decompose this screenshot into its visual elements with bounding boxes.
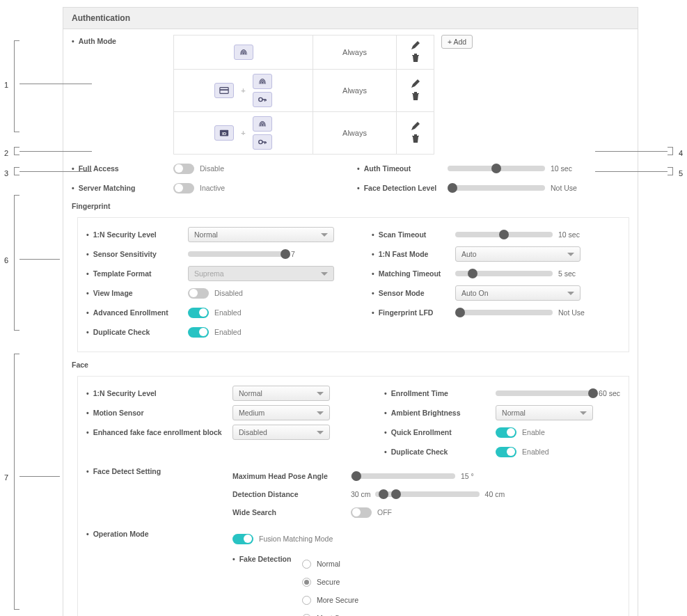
card-icon bbox=[214, 83, 234, 98]
fp-dup-check-toggle[interactable] bbox=[188, 327, 209, 338]
callout-4: 4 bbox=[679, 149, 683, 157]
delete-icon[interactable] bbox=[410, 90, 421, 102]
fingerprint-icon bbox=[253, 74, 272, 89]
chevron-down-icon bbox=[321, 272, 328, 276]
schedule-cell: Always bbox=[313, 35, 397, 70]
radio-label: More Secure bbox=[317, 596, 358, 604]
face-section: 1:N Security Level Normal Motion Sensor … bbox=[77, 376, 629, 616]
radio-label: Normal bbox=[317, 560, 340, 568]
distance-slider[interactable] bbox=[375, 491, 480, 498]
callout-5: 5 bbox=[679, 169, 683, 177]
radio-label: Secure bbox=[317, 578, 340, 586]
fake-detection-option[interactable]: More Secure bbox=[302, 591, 358, 609]
fake-detection-option[interactable]: Most Secure bbox=[302, 609, 358, 616]
motion-sensor-select[interactable]: Medium bbox=[232, 405, 330, 420]
callout-7: 7 bbox=[4, 473, 8, 482]
sensor-mode-select[interactable]: Auto On bbox=[455, 285, 581, 301]
delete-icon[interactable] bbox=[410, 133, 421, 144]
radio-icon[interactable] bbox=[302, 578, 311, 587]
authentication-panel: Authentication Auth Mode Always bbox=[63, 7, 638, 616]
auth-mode-row-3: + Always bbox=[174, 112, 434, 155]
edit-icon[interactable] bbox=[410, 40, 421, 51]
fingerprint-icon bbox=[234, 45, 253, 60]
fingerprint-section: 1:N Security Level Normal Sensor Sensiti… bbox=[77, 217, 629, 352]
callout-2: 2 bbox=[4, 149, 8, 157]
auth-mode-label: Auth Mode bbox=[72, 37, 116, 45]
chevron-down-icon bbox=[317, 411, 324, 415]
fake-detection-option[interactable]: Normal bbox=[302, 555, 358, 573]
radio-icon[interactable] bbox=[302, 614, 311, 617]
chevron-down-icon bbox=[580, 411, 587, 415]
enroll-time-slider[interactable] bbox=[496, 390, 593, 397]
delete-icon[interactable] bbox=[410, 52, 421, 63]
server-matching-field: Server Matching Inactive bbox=[72, 178, 357, 198]
lfd-slider[interactable] bbox=[455, 309, 553, 316]
ambient-select[interactable]: Normal bbox=[496, 405, 593, 420]
face-detection-slider[interactable] bbox=[448, 184, 545, 191]
face-security-select[interactable]: Normal bbox=[232, 386, 330, 401]
sensor-sensitivity-slider[interactable] bbox=[188, 251, 285, 258]
key-icon bbox=[253, 92, 272, 107]
chevron-down-icon bbox=[317, 392, 324, 395]
callout-6: 6 bbox=[4, 256, 8, 264]
chevron-down-icon bbox=[321, 233, 328, 237]
fusion-mode-toggle[interactable] bbox=[232, 534, 253, 544]
chevron-down-icon bbox=[317, 431, 324, 434]
wide-search-toggle[interactable] bbox=[351, 507, 372, 518]
head-angle-slider[interactable] bbox=[351, 473, 455, 480]
chevron-down-icon bbox=[567, 253, 574, 256]
adv-enroll-toggle[interactable] bbox=[188, 308, 209, 318]
radio-icon[interactable] bbox=[302, 596, 311, 605]
fingerprint-icon bbox=[253, 116, 272, 132]
full-access-field: Full Access Disable bbox=[72, 159, 357, 178]
fp-security-select[interactable]: Normal bbox=[188, 227, 334, 242]
edit-icon[interactable] bbox=[410, 78, 421, 89]
callout-1: 1 bbox=[4, 81, 8, 89]
server-matching-toggle[interactable] bbox=[173, 183, 194, 194]
fake-block-select[interactable]: Disabled bbox=[232, 425, 330, 440]
fake-detection-option[interactable]: Secure bbox=[302, 573, 358, 591]
chevron-down-icon bbox=[567, 292, 574, 295]
scan-timeout-slider[interactable] bbox=[455, 231, 553, 238]
callout-3: 3 bbox=[4, 169, 8, 177]
face-dup-check-toggle[interactable] bbox=[496, 447, 516, 457]
full-access-toggle[interactable] bbox=[173, 164, 194, 174]
id-icon bbox=[214, 125, 234, 141]
edit-icon[interactable] bbox=[410, 120, 421, 132]
view-image-toggle[interactable] bbox=[188, 288, 209, 299]
face-detection-level-field: Face Detection Level Not Use bbox=[357, 178, 629, 198]
fingerprint-title: Fingerprint bbox=[72, 202, 629, 210]
radio-icon[interactable] bbox=[302, 560, 311, 569]
quick-enroll-toggle[interactable] bbox=[496, 427, 516, 438]
auth-mode-row: Auth Mode Always bbox=[72, 35, 629, 155]
panel-title: Authentication bbox=[63, 8, 638, 29]
face-title: Face bbox=[72, 361, 629, 369]
auth-mode-table: Always + bbox=[173, 35, 434, 155]
auth-timeout-field: Auth Timeout 10 sec bbox=[357, 159, 629, 178]
match-timeout-slider[interactable] bbox=[455, 270, 553, 277]
key-icon bbox=[253, 134, 272, 150]
fast-mode-select[interactable]: Auto bbox=[455, 246, 581, 262]
auth-mode-row-1: Always bbox=[174, 35, 434, 70]
add-button[interactable]: + Add bbox=[441, 35, 473, 49]
auth-mode-row-2: + Always bbox=[174, 70, 434, 112]
auth-timeout-slider[interactable] bbox=[448, 165, 545, 172]
template-format-select: Suprema bbox=[188, 266, 334, 281]
